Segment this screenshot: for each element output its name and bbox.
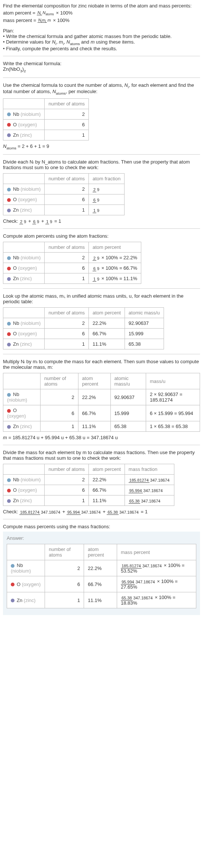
intro-section: Find the elemental composition for zinc …: [3, 3, 200, 23]
table-header-row: number of atoms: [3, 98, 89, 109]
count-section: Use the chemical formula to count the nu…: [3, 82, 200, 150]
element-dot-icon: [7, 499, 11, 503]
element-dot-icon: [7, 489, 11, 492]
table-row: O (oxygen) 6 66.7% 15.999 6 × 15.999 = 9…: [3, 405, 200, 421]
atomic-mass-text: Look up the atomic mass, mᵢ, in unified …: [3, 293, 200, 304]
table-row: Zn (zinc) 1 19 × 100% = 11.1%: [3, 273, 141, 284]
table-row: Nb (niobium) 2 22.2% 92.90637: [3, 318, 164, 329]
count-text: Use the chemical formula to count the nu…: [3, 82, 200, 95]
divider: [3, 445, 200, 445]
divider: [3, 288, 200, 289]
table-row: O (oxygen) 6 66.7% 95.994347.18674 × 100…: [7, 576, 196, 592]
table-row: Zn (zinc) 1 19: [3, 205, 125, 215]
mass-fraction-table: number of atoms atom percent mass fracti…: [3, 464, 174, 506]
mass-calc-section: Multiply Nᵢ by mᵢ to compute the mass fo…: [3, 359, 200, 440]
divider: [3, 154, 200, 155]
formula-section: Write the chemical formula: Zn(NbO3)2: [3, 61, 200, 73]
plan-heading: Plan:: [3, 28, 200, 34]
mass-percent-formula: mass percent = Nimim × 100%: [3, 18, 200, 23]
atom-percent-formula: atom percent = NiNatoms × 100%: [3, 10, 200, 16]
plan-section: Plan: • Write the chemical formula and g…: [3, 28, 200, 51]
table-row: Nb (niobium) 2 22.2% 185.81274347.18674 …: [7, 560, 196, 576]
mass-calc-table: number of atoms atom percent atomic mass…: [3, 373, 200, 432]
element-dot-icon: [7, 113, 11, 116]
element-dot-icon: [7, 393, 11, 397]
element-dot-icon: [7, 209, 11, 212]
element-dot-icon: [11, 599, 14, 602]
table-row: Nb (niobium) 2 22.2% 92.90637 2 × 92.906…: [3, 389, 200, 405]
element-dot-icon: [7, 343, 11, 346]
mass-percent-text: Compute mass percents using the mass fra…: [3, 524, 200, 529]
table-row: O (oxygen) 6 66.7% 95.994347.18674: [3, 485, 174, 495]
table-header-row: number of atoms atom percent: [3, 242, 141, 253]
element-dot-icon: [7, 425, 11, 429]
count-total: Natoms = 2 + 6 + 1 = 9: [3, 143, 200, 150]
atom-percent-table: number of atoms atom percent Nb (niobium…: [3, 242, 141, 284]
mass-total: m = 185.81274 u + 95.994 u + 65.38 u = 3…: [3, 435, 200, 440]
atomic-mass-table: number of atoms atom percent atomic mass…: [3, 307, 164, 349]
divider: [3, 77, 200, 78]
atom-fraction-text: Divide each Nᵢ by N_atoms to calculate a…: [3, 159, 200, 170]
table-header-row: number of atoms atom percent atomic mass…: [3, 373, 200, 389]
mass-fraction-text: Divide the mass for each element by m to…: [3, 450, 200, 461]
count-table: number of atoms Nb (niobium) 2 O (oxygen…: [3, 98, 89, 140]
table-row: Nb (niobium) 2 22.2% 185.81274347.18674: [3, 475, 174, 485]
divider: [3, 56, 200, 56]
atom-percent-section: Compute atom percents using the atom fra…: [3, 233, 200, 284]
mass-fraction-section: Divide the mass for each element by m to…: [3, 450, 200, 514]
table-row: Nb (niobium) 2 29: [3, 184, 125, 194]
atom-fraction-table: number of atoms atom fraction Nb (niobiu…: [3, 173, 125, 215]
mass-calc-text: Multiply Nᵢ by mᵢ to compute the mass fo…: [3, 359, 200, 370]
atom-fraction-section: Divide each Nᵢ by N_atoms to calculate a…: [3, 159, 200, 224]
table-row: Nb (niobium) 2 29 × 100% = 22.2%: [3, 253, 141, 263]
plan-bullet-3: • Finally, compute the percents and chec…: [3, 46, 200, 51]
divider: [3, 354, 200, 354]
table-row: O (oxygen) 6: [3, 119, 89, 130]
element-dot-icon: [7, 188, 11, 191]
table-row: O (oxygen) 6 66.7% 15.999: [3, 329, 164, 339]
mass-fraction-check: Check: 185.81274347.18674 + 95.994347.18…: [3, 509, 200, 514]
plan-bullet-2: • Determine values for Ni, mi, Natoms an…: [3, 39, 200, 46]
element-dot-icon: [7, 267, 11, 270]
mass-percent-section: Compute mass percents using the mass fra…: [3, 524, 200, 615]
table-header-row: number of atoms atom percent atomic mass…: [3, 308, 164, 318]
element-dot-icon: [7, 478, 11, 482]
element-dot-icon: [11, 564, 14, 568]
element-dot-icon: [7, 277, 11, 281]
divider: [3, 228, 200, 229]
element-dot-icon: [7, 322, 11, 326]
element-dot-icon: [7, 198, 11, 202]
atom-percent-text: Compute atom percents using the atom fra…: [3, 233, 200, 239]
table-header-row: number of atoms atom percent mass percen…: [7, 544, 196, 560]
table-row: Zn (zinc) 1 11.1% 65.38347.18674 × 100% …: [7, 592, 196, 608]
table-row: Zn (zinc) 1 11.1% 65.38347.18674: [3, 495, 174, 506]
element-dot-icon: [7, 133, 11, 137]
table-row: Zn (zinc) 1 11.1% 65.38: [3, 339, 164, 349]
formula-heading: Write the chemical formula:: [3, 61, 200, 66]
atomic-mass-section: Look up the atomic mass, mᵢ, in unified …: [3, 293, 200, 349]
table-row: O (oxygen) 6 69: [3, 194, 125, 205]
atom-fraction-check: Check: 29 + 69 + 19 = 1: [3, 218, 200, 224]
divider: [3, 519, 200, 519]
table-row: Zn (zinc) 1: [3, 130, 89, 140]
element-dot-icon: [7, 256, 11, 260]
table-row: O (oxygen) 6 69 × 100% = 66.7%: [3, 263, 141, 273]
plan-bullet-1: • Write the chemical formula and gather …: [3, 34, 200, 39]
table-row: Zn (zinc) 1 11.1% 65.38 1 × 65.38 = 65.3…: [3, 421, 200, 432]
element-dot-icon: [7, 332, 11, 336]
element-dot-icon: [7, 409, 11, 413]
table-header-row: number of atoms atom percent mass fracti…: [3, 464, 174, 475]
table-header-row: number of atoms atom fraction: [3, 174, 125, 184]
answer-table: number of atoms atom percent mass percen…: [7, 544, 196, 608]
element-dot-icon: [11, 583, 14, 586]
answer-box: Answer: number of atoms atom percent mas…: [3, 532, 200, 615]
table-row: Nb (niobium) 2: [3, 109, 89, 119]
chemical-formula: Zn(NbO3)2: [3, 66, 200, 73]
header-count: number of atoms: [45, 98, 89, 109]
element-dot-icon: [7, 123, 11, 127]
answer-label: Answer:: [7, 535, 196, 541]
intro-text: Find the elemental composition for zinc …: [3, 3, 200, 9]
